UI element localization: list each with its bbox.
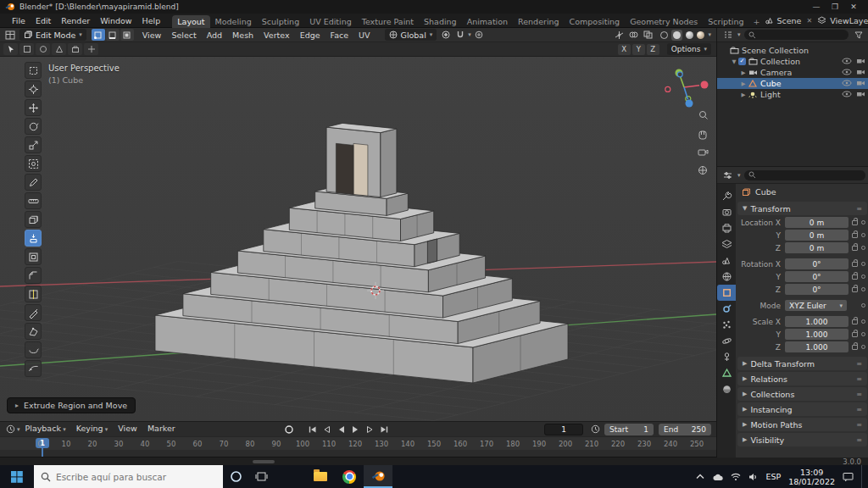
frame-start-field[interactable]: Start 1 bbox=[604, 424, 654, 435]
tool-spin[interactable] bbox=[25, 341, 42, 358]
viewport-menu-vertex[interactable]: Vertex bbox=[259, 28, 295, 42]
mirror-x-toggle[interactable]: X bbox=[618, 44, 631, 55]
hidden-icons-chevron[interactable] bbox=[696, 474, 704, 480]
expand-caret[interactable]: ▶ bbox=[739, 92, 748, 98]
hide-in-viewport-eye-icon[interactable] bbox=[842, 90, 852, 99]
properties-tab-object[interactable] bbox=[717, 285, 736, 301]
auto-key-record-icon[interactable] bbox=[283, 424, 296, 435]
active-tool-icon[interactable] bbox=[3, 43, 18, 55]
use-preview-range-icon[interactable] bbox=[588, 424, 602, 435]
scrollbar-handle[interactable] bbox=[253, 460, 275, 463]
viewport-menu-edge[interactable]: Edge bbox=[295, 28, 326, 42]
workspace-tab-texture-paint[interactable]: Texture Paint bbox=[357, 15, 419, 28]
timeline-track-area[interactable] bbox=[0, 450, 716, 457]
play-button[interactable] bbox=[349, 424, 362, 435]
chrome-button[interactable] bbox=[335, 465, 364, 488]
tool-add-cube[interactable] bbox=[25, 211, 42, 228]
vertex-select-icon[interactable] bbox=[92, 29, 105, 41]
lock-icon[interactable] bbox=[852, 345, 858, 350]
properties-tab-material[interactable] bbox=[717, 381, 736, 397]
menu-help[interactable]: Help bbox=[137, 14, 166, 28]
timeline-menu-playback[interactable]: Playback ▾ bbox=[20, 421, 71, 437]
animate-dot[interactable] bbox=[861, 332, 865, 336]
property-field-rotation-x[interactable]: 0° bbox=[785, 258, 849, 269]
action-center-icon[interactable] bbox=[843, 472, 854, 481]
rendered-shading-icon[interactable] bbox=[697, 31, 704, 39]
property-field-z[interactable]: 0° bbox=[785, 284, 849, 295]
animate-dot[interactable] bbox=[861, 303, 865, 308]
show-gizmo-icon[interactable] bbox=[612, 29, 626, 41]
lock-icon[interactable] bbox=[852, 233, 858, 238]
scene-selector[interactable]: Scene ✕ bbox=[765, 16, 815, 25]
animate-dot[interactable] bbox=[861, 233, 865, 237]
property-field-z[interactable]: 0 m bbox=[785, 242, 849, 253]
proportional-editing-icon[interactable] bbox=[472, 29, 486, 41]
animate-dot[interactable] bbox=[861, 262, 865, 266]
timeline-menu-keying[interactable]: Keying ▾ bbox=[71, 421, 114, 437]
property-field-y[interactable]: 0° bbox=[785, 271, 849, 282]
xray-toggle-icon[interactable] bbox=[641, 29, 654, 41]
outliner-row-light[interactable]: ▶Light bbox=[717, 89, 868, 100]
play-reverse-button[interactable] bbox=[335, 424, 348, 435]
tool-scale[interactable] bbox=[25, 136, 42, 153]
properties-tab-world[interactable] bbox=[717, 269, 736, 285]
face-select-icon[interactable] bbox=[120, 29, 134, 41]
workspace-tab-geometry-nodes[interactable]: Geometry Nodes bbox=[625, 15, 703, 28]
onedrive-cloud-icon[interactable] bbox=[712, 473, 723, 481]
tool-setting-icon-3[interactable] bbox=[52, 43, 66, 55]
menu-file[interactable]: File bbox=[7, 14, 31, 28]
operator-expand-icon[interactable]: ▸ bbox=[15, 402, 19, 409]
camera-view-icon[interactable] bbox=[698, 150, 708, 155]
mirror-y-toggle[interactable]: Y bbox=[632, 44, 645, 55]
properties-tab-output[interactable] bbox=[717, 220, 736, 236]
tool-select-box[interactable] bbox=[25, 62, 42, 79]
lock-icon[interactable] bbox=[852, 246, 858, 251]
section-delta-transform[interactable]: ▶Delta Transform≡ bbox=[737, 357, 867, 370]
snap-dropdown-caret[interactable]: ▾ bbox=[468, 31, 471, 38]
next-keyframe-button[interactable] bbox=[364, 424, 376, 435]
animate-dot[interactable] bbox=[861, 246, 865, 250]
transform-orientation-dropdown[interactable]: Global ▾ bbox=[385, 29, 437, 41]
section-motion-paths[interactable]: ▶Motion Paths≡ bbox=[737, 418, 867, 431]
outliner-row-collection[interactable]: ▼✓Collection bbox=[717, 56, 868, 67]
property-field-scale-x[interactable]: 1.000 bbox=[785, 316, 849, 327]
wireframe-shading-icon[interactable] bbox=[660, 31, 668, 39]
volume-icon[interactable] bbox=[748, 473, 758, 481]
properties-editor-caret[interactable]: ▾ bbox=[737, 172, 741, 179]
hide-in-viewport-eye-icon[interactable] bbox=[842, 68, 852, 77]
options-dropdown[interactable]: Options ▾ bbox=[667, 43, 711, 55]
tool-move[interactable] bbox=[25, 99, 42, 116]
filter-icon[interactable] bbox=[852, 29, 865, 41]
viewport-menu-mesh[interactable]: Mesh bbox=[227, 28, 259, 42]
expand-caret[interactable]: ▶ bbox=[739, 80, 748, 87]
viewport-menu-select[interactable]: Select bbox=[166, 28, 201, 42]
navigation-gizmo[interactable] bbox=[665, 69, 709, 108]
pivot-point-icon[interactable] bbox=[439, 29, 453, 41]
outliner-row-scene-collection[interactable]: Scene Collection bbox=[717, 45, 868, 56]
workspace-tab-modeling[interactable]: Modeling bbox=[210, 15, 257, 28]
tool-extrude-region[interactable] bbox=[25, 230, 42, 247]
viewport-pan-hand-icon[interactable] bbox=[699, 131, 706, 139]
workspace-tab-sculpting[interactable]: Sculpting bbox=[257, 15, 304, 28]
menu-edit[interactable]: Edit bbox=[31, 14, 56, 28]
properties-tab-object-data[interactable] bbox=[717, 365, 736, 381]
animate-dot[interactable] bbox=[861, 274, 865, 279]
editor-type-icon[interactable] bbox=[3, 29, 17, 41]
minimize-button[interactable]: — bbox=[807, 3, 826, 11]
properties-tab-particles[interactable] bbox=[717, 317, 736, 333]
workspace-tab-shading[interactable]: Shading bbox=[419, 15, 462, 28]
section-visibility[interactable]: ▶Visibility≡ bbox=[737, 433, 867, 446]
tool-annotate[interactable] bbox=[25, 174, 42, 191]
workspace-tab-animation[interactable]: Animation bbox=[462, 15, 513, 28]
timeline-ruler[interactable]: 1 01020304050607080901001101201301401501… bbox=[0, 436, 716, 457]
outliner-row-camera[interactable]: ▶Camera bbox=[717, 67, 868, 78]
cortana-button[interactable] bbox=[223, 465, 248, 488]
jump-to-start-button[interactable] bbox=[306, 424, 319, 435]
network-wifi-icon[interactable] bbox=[731, 473, 741, 481]
tool-loop-cut[interactable] bbox=[25, 286, 42, 302]
edge-select-icon[interactable] bbox=[106, 29, 120, 41]
3d-viewport[interactable]: User Perspective (1) Cube ▸ Extrude Regi… bbox=[0, 57, 716, 421]
viewport-menu-face[interactable]: Face bbox=[326, 28, 353, 42]
tool-measure[interactable] bbox=[25, 192, 42, 209]
tool-bevel[interactable] bbox=[25, 267, 42, 284]
